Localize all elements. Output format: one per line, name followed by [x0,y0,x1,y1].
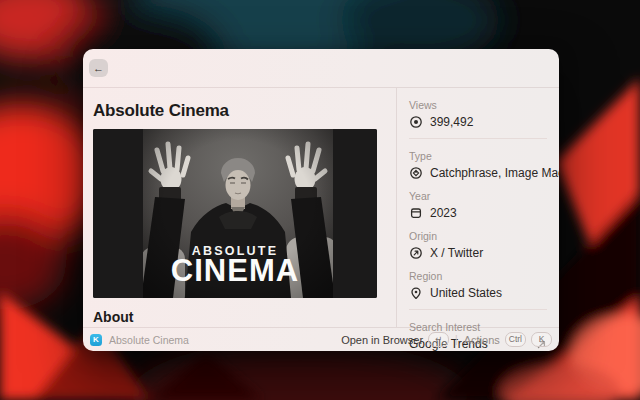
raycast-window: ← Absolute Cinema [83,49,559,351]
back-button[interactable]: ← [89,59,108,77]
action-bar: K Absolute Cinema Open in Browser ↵ | Ac… [83,327,559,351]
views-value: 399,492 [430,115,473,129]
year-label: Year [409,190,547,202]
type-value: Catchphrase, Image Macro, React [430,166,559,180]
eye-icon [409,115,423,129]
ctrl-keycap: Ctrl [505,332,526,347]
open-in-browser-label: Open in Browser [341,334,423,346]
back-arrow-icon: ← [93,63,104,74]
page-title: Absolute Cinema [93,101,386,121]
window-body: Absolute Cinema [83,88,559,327]
calendar-icon [409,206,423,220]
type-label: Type [409,150,547,162]
meme-image-illustration: ABSOLUTE CINEMA [93,129,377,298]
actions-label: Actions [464,334,500,346]
sidebar-divider [409,309,547,310]
current-item-label: Absolute Cinema [109,334,189,346]
about-heading: About [93,309,386,325]
know-your-meme-app-icon: K [90,334,102,346]
sidebar-divider [409,138,547,139]
meme-overlay-line2: CINEMA [171,253,299,288]
origin-label: Origin [409,230,547,242]
views-label: Views [409,99,547,111]
tag-icon [409,166,423,180]
meme-image: ABSOLUTE CINEMA [93,129,377,298]
compass-arrow-icon [409,246,423,260]
year-row: 2023 [409,206,547,220]
type-row: Catchphrase, Image Macro, React [409,166,547,180]
origin-value: X / Twitter [430,246,483,260]
enter-key-icon: ↵ [428,332,449,347]
window-header: ← [83,49,559,88]
open-in-browser-button[interactable]: Open in Browser ↵ [341,332,449,347]
detail-main: Absolute Cinema [83,88,397,327]
k-keycap: K [531,332,552,347]
views-row: 399,492 [409,115,547,129]
region-label: Region [409,270,547,282]
desktop: ← Absolute Cinema [0,0,640,400]
region-row: United States [409,286,547,300]
region-value: United States [430,286,502,300]
metadata-sidebar: Views 399,492 Type Catchp [397,88,559,327]
year-value: 2023 [430,206,457,220]
action-controls: Open in Browser ↵ | Actions Ctrl K [341,332,552,347]
origin-row: X / Twitter [409,246,547,260]
actions-button[interactable]: Actions Ctrl K [464,332,552,347]
current-item: K Absolute Cinema [90,334,189,346]
location-pin-icon [409,286,423,300]
footer-separator: | [455,334,458,345]
